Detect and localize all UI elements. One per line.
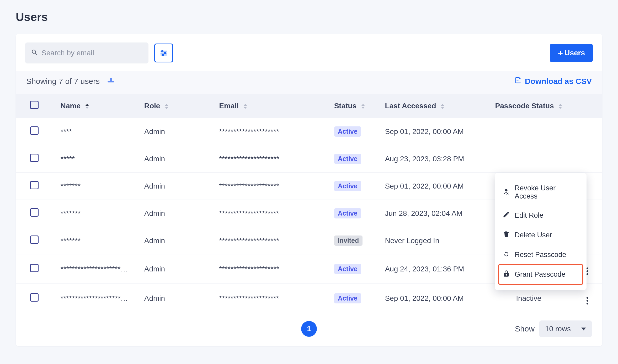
cell-email: ********************* xyxy=(212,284,327,313)
cell-role: Admin xyxy=(137,254,212,284)
page-title: Users xyxy=(16,10,602,24)
column-header-passcode-status[interactable]: Passcode Status xyxy=(484,94,573,118)
cell-last-accessed: Jun 28, 2023, 02:04 AM xyxy=(377,200,484,227)
cell-role: Admin xyxy=(137,145,212,173)
cell-status: Active xyxy=(327,254,378,284)
status-badge: Active xyxy=(334,181,361,191)
menu-item-grant-passcode[interactable]: Grant Passcode xyxy=(498,265,583,284)
page-number-current[interactable]: 1 xyxy=(301,321,317,337)
cell-name: ******* xyxy=(53,227,137,254)
cell-email: ********************* xyxy=(212,118,327,145)
menu-item-reset-passcode[interactable]: Reset Passcode xyxy=(498,245,583,265)
results-count-text: Showing 7 of 7 users xyxy=(26,77,100,86)
users-panel: + Users Showing 7 of 7 users Download as… xyxy=(16,34,602,346)
menu-item-delete-user[interactable]: Delete User xyxy=(498,225,583,245)
cell-name: ******* xyxy=(53,200,137,227)
svg-point-5 xyxy=(162,54,164,56)
pencil-icon xyxy=(503,211,510,220)
table-row: **** Admin ********************* Active … xyxy=(16,118,602,145)
hat-icon[interactable] xyxy=(106,77,115,86)
table-row: ***** Admin ********************* Active… xyxy=(16,145,602,173)
row-checkbox[interactable] xyxy=(30,208,39,217)
sort-icon xyxy=(165,104,168,109)
cell-last-accessed: Never Logged In xyxy=(377,227,484,254)
plus-icon: + xyxy=(558,49,563,57)
cell-name: ******* xyxy=(53,173,137,200)
cell-name: ***** xyxy=(53,145,137,173)
status-badge: Active xyxy=(334,208,361,218)
cell-email: ********************* xyxy=(212,200,327,227)
status-badge: Invited xyxy=(334,235,363,246)
search-box[interactable] xyxy=(25,42,148,63)
cell-email: ********************* xyxy=(212,227,327,254)
cell-email: ********************* xyxy=(212,173,327,200)
cell-role: Admin xyxy=(137,118,212,145)
status-badge: Active xyxy=(334,126,361,137)
toolbar: + Users xyxy=(16,34,602,71)
add-users-button[interactable]: + Users xyxy=(550,44,593,62)
download-csv-link[interactable]: Download as CSV xyxy=(514,76,592,86)
cell-status: Active xyxy=(327,118,378,145)
reset-icon xyxy=(503,250,510,259)
row-checkbox[interactable] xyxy=(30,235,39,244)
svg-point-3 xyxy=(162,50,163,52)
column-header-status[interactable]: Status xyxy=(327,94,378,118)
cell-last-accessed: Sep 01, 2022, 00:00 AM xyxy=(377,118,484,145)
status-badge: Active xyxy=(334,264,361,274)
cell-name: **** xyxy=(53,118,137,145)
sliders-icon xyxy=(160,49,168,57)
paginator: 1 Show 10 rows xyxy=(16,313,602,346)
cell-role: Admin xyxy=(137,200,212,227)
sort-icon xyxy=(243,104,247,109)
menu-item-edit-role[interactable]: Edit Role xyxy=(498,206,583,225)
status-badge: Active xyxy=(334,154,361,164)
cell-name: *********************… xyxy=(53,254,137,284)
svg-point-4 xyxy=(164,52,166,54)
cell-status: Active xyxy=(327,145,378,173)
cell-role: Admin xyxy=(137,173,212,200)
cell-passcode-status xyxy=(484,118,573,145)
cell-last-accessed: Sep 01, 2022, 00:00 AM xyxy=(377,284,484,313)
row-checkbox[interactable] xyxy=(30,126,39,135)
row-checkbox[interactable] xyxy=(30,154,39,162)
row-actions-menu: Revoke User Access Edit Role Delete User… xyxy=(495,173,587,290)
results-bar: Showing 7 of 7 users Download as CSV xyxy=(16,71,602,94)
chevron-down-icon xyxy=(581,328,586,330)
cell-status: Active xyxy=(327,173,378,200)
cell-passcode-status xyxy=(484,145,573,173)
cell-email: ********************* xyxy=(212,145,327,173)
cell-role: Admin xyxy=(137,284,212,313)
row-actions-button[interactable] xyxy=(587,297,588,304)
column-header-role[interactable]: Role xyxy=(137,94,212,118)
rows-per-page-select[interactable]: 10 rows xyxy=(539,320,592,337)
csv-icon xyxy=(514,76,522,86)
search-input[interactable] xyxy=(41,49,143,57)
sort-icon xyxy=(558,104,562,109)
row-actions-button[interactable] xyxy=(587,267,588,275)
sort-icon xyxy=(361,104,365,109)
status-badge: Active xyxy=(334,293,361,303)
cell-status: Invited xyxy=(327,227,378,254)
user-revoke-icon xyxy=(503,188,510,197)
sort-icon xyxy=(85,104,89,109)
row-checkbox[interactable] xyxy=(30,293,39,302)
row-checkbox[interactable] xyxy=(30,181,39,189)
menu-item-revoke-access[interactable]: Revoke User Access xyxy=(498,179,583,206)
column-header-name[interactable]: Name xyxy=(53,94,137,118)
select-all-checkbox[interactable] xyxy=(30,101,39,109)
cell-role: Admin xyxy=(137,227,212,254)
cell-name: *********************… xyxy=(53,284,137,313)
search-icon xyxy=(31,49,38,57)
cell-email: ********************* xyxy=(212,254,327,284)
filter-button[interactable] xyxy=(154,44,173,62)
sort-icon xyxy=(441,104,444,109)
row-checkbox[interactable] xyxy=(30,264,39,272)
cell-status: Active xyxy=(327,284,378,313)
lock-icon xyxy=(503,270,510,279)
add-users-label: Users xyxy=(564,49,585,57)
cell-last-accessed: Sep 01, 2022, 00:00 AM xyxy=(377,173,484,200)
download-csv-label: Download as CSV xyxy=(525,77,592,86)
column-header-email[interactable]: Email xyxy=(212,94,327,118)
rows-show-label: Show xyxy=(515,324,535,333)
column-header-last-accessed[interactable]: Last Accessed xyxy=(377,94,484,118)
